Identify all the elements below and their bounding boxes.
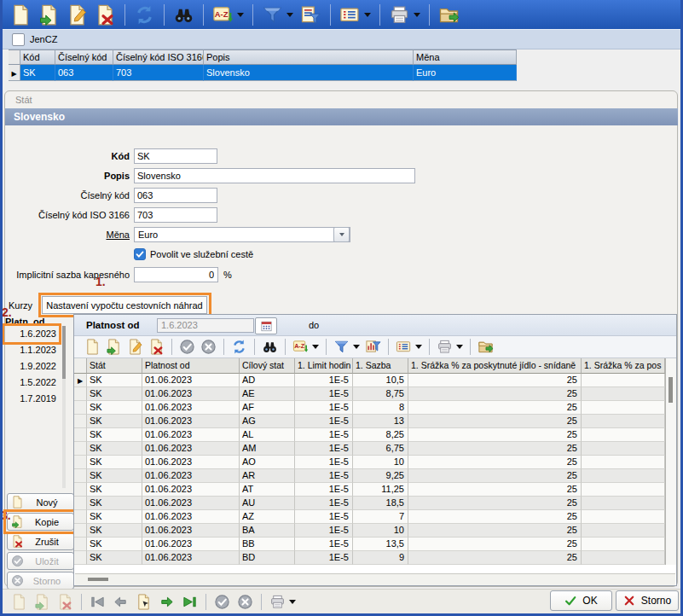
rates-cell: AD [240,374,295,387]
printer-button[interactable] [387,2,422,27]
tab-kurzy[interactable]: Kurzy [9,299,32,312]
rates-table-row[interactable]: SK01.06.2023AO1E-51025 [74,456,665,469]
rates-column-header[interactable]: Stát [87,358,142,374]
country-column-header[interactable]: Číselný kód ISO 3166 [113,49,204,65]
rates-hscrollbar-thumb[interactable] [88,578,108,581]
rates-table-row[interactable]: SK01.06.2023AZ1E-5725 [74,510,665,524]
validity-scrollbar-thumb[interactable] [62,326,66,379]
ok-button[interactable]: OK [550,590,612,611]
rates-panel: Platnost od do A-Z StátPlatnost odCílový… [73,314,677,586]
validity-item-selected[interactable]: 1.6.2023 [3,326,58,342]
rates-table-row[interactable]: SK01.06.2023AG1E-51325 [74,415,665,428]
binoculars-button[interactable] [171,2,196,27]
rates-table-row[interactable]: SK01.06.2023AU1E-518,525 [74,497,665,510]
columns-button[interactable] [338,2,373,27]
doc-copy-button[interactable] [37,2,61,27]
do-label: do [309,315,319,336]
nav-prev-button[interactable] [111,589,130,614]
rates-vscrollbar-thumb[interactable] [669,377,673,403]
kapesne-field[interactable] [134,267,218,282]
rates-table-row[interactable]: SK01.06.2023AR1E-59,2525 [74,469,665,483]
export-button[interactable] [437,2,461,27]
doc-edit-button[interactable] [65,2,90,27]
export-button[interactable] [476,338,495,357]
validity-item[interactable]: 1.9.2022 [3,358,58,375]
nov-side-button[interactable]: Nový [7,493,74,511]
doc-delete-button[interactable] [147,338,166,357]
rates-table-row[interactable]: SK01.06.2023AT1E-511,2525 [74,483,665,497]
platnost-od-field[interactable] [157,318,254,333]
povolit-checkbox[interactable] [134,248,146,260]
rates-table-row[interactable]: SK01.06.2023AE1E-58,7525 [74,387,665,401]
rates-table-row[interactable]: SK01.06.2023BB1E-513,525 [74,538,665,551]
doc-edit-button[interactable] [125,338,145,357]
country-column-header[interactable]: Kód [20,49,55,65]
rates-table-row[interactable]: SK01.06.2023AM1E-56,7525 [74,442,665,456]
nav-last-icon [182,594,198,610]
kod-field[interactable] [134,148,217,164]
doc-delete-button[interactable] [93,2,118,27]
nav-last-button[interactable] [180,589,200,614]
validity-item[interactable]: 1.5.2022 [3,375,58,391]
nav-next-button[interactable] [157,589,177,614]
iso-kod-field[interactable] [134,207,217,223]
rates-cell: SK [87,456,142,469]
calendar-button[interactable] [255,317,277,334]
doc-delete-button[interactable] [55,589,75,614]
jencz-checkbox[interactable] [12,33,25,46]
sort-az-button[interactable]: A-Z [291,338,321,357]
popis-field[interactable] [134,168,415,183]
tab-nastaveni-nahrad[interactable]: Nastavení vypočtu cestovních náhrad [42,296,207,314]
filter-button[interactable] [260,2,295,27]
rates-table-row[interactable]: SK01.06.2023BA1E-51025 [74,524,665,538]
rates-table-row[interactable]: SK01.06.2023AL1E-58,2525 [74,428,665,442]
doc-new-button[interactable] [9,2,33,27]
zruit-side-button[interactable]: Zrušit [7,532,74,550]
nav-first-button[interactable] [88,589,107,614]
validity-item[interactable]: 1.7.2019 [3,391,58,407]
mena-dropdown-button[interactable] [333,227,350,242]
mena-combo[interactable]: Euro [134,227,350,242]
printer-button[interactable] [435,338,465,357]
refresh-button[interactable] [132,2,157,27]
rates-column-header[interactable]: 1. Srážka % za poskytnuté jídlo - snídan… [408,358,582,374]
sort-az-button[interactable]: A-Z [211,2,246,27]
storno-button[interactable]: Storno [616,590,679,611]
country-column-header[interactable]: Popis [204,49,414,65]
doc-new-button[interactable] [9,589,29,614]
circle-check-button[interactable] [177,338,197,357]
doc-copy-button[interactable] [104,338,124,357]
columns-button[interactable] [394,338,424,357]
doc-copy-button[interactable] [32,589,52,614]
refresh-button[interactable] [229,338,249,357]
filter-list-button[interactable] [298,2,323,27]
filter-button[interactable] [332,338,362,357]
rates-cell: 01.06.2023 [142,428,240,442]
toolbar-separator [81,594,82,610]
doc-select-button[interactable] [134,589,153,614]
rates-column-header[interactable]: Cílový stat [240,358,295,374]
country-column-header[interactable]: Měna [414,49,517,65]
country-table-selected-row[interactable]: ▶SK063703SlovenskoEuro [9,65,517,81]
circle-cross-button[interactable] [199,338,218,357]
rates-table-row[interactable]: SK01.06.2023BD1E-5925 [74,551,665,565]
binoculars-button[interactable] [260,338,280,357]
rates-hscrollbar-track[interactable] [75,573,675,585]
circle-cross-button[interactable] [235,589,255,614]
rates-column-header[interactable]: 1. Sazba [353,358,408,374]
rates-cell: 01.06.2023 [142,510,240,524]
circle-check-button[interactable] [212,589,232,614]
mena-label[interactable]: Měna [7,227,130,242]
country-column-header[interactable]: Číselný kód [55,49,113,65]
rates-column-header[interactable]: 1. Limit hodin [295,358,353,374]
kopie-side-button[interactable]: Kopie [7,513,74,531]
validity-item[interactable]: 1.1.2023 [3,342,58,358]
printer-button[interactable] [268,589,298,614]
rates-column-header[interactable]: 1. Srážka % za pos [582,358,665,374]
doc-new-button[interactable] [83,338,102,357]
rates-table-row[interactable]: SK01.06.2023AF1E-5825 [74,401,665,415]
rates-column-header[interactable]: Platnost od [142,358,240,374]
rates-table-row[interactable]: ▶SK01.06.2023AD1E-510,525 [74,374,665,387]
chart-filter-button[interactable] [363,338,383,357]
ciselny-kod-field[interactable] [134,188,217,203]
